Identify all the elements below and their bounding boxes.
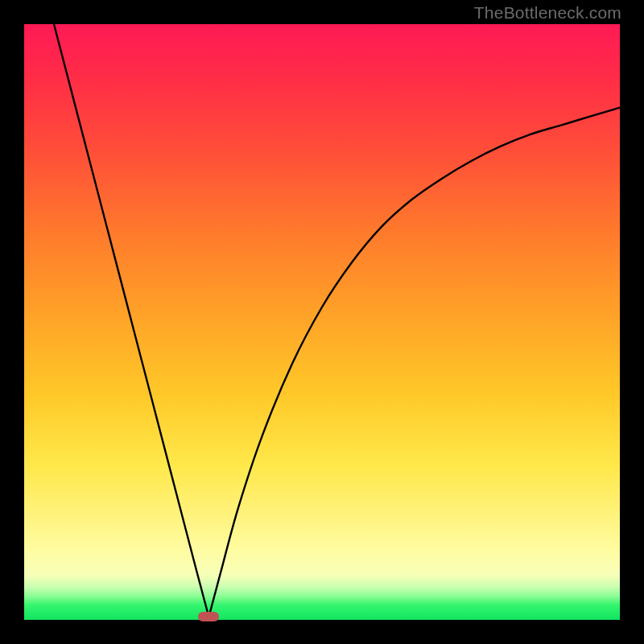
minimum-marker — [198, 612, 219, 621]
bottleneck-curve — [54, 24, 620, 617]
curve-layer — [24, 24, 620, 620]
chart-frame: TheBottleneck.com — [0, 0, 644, 644]
watermark-text: TheBottleneck.com — [474, 3, 621, 23]
